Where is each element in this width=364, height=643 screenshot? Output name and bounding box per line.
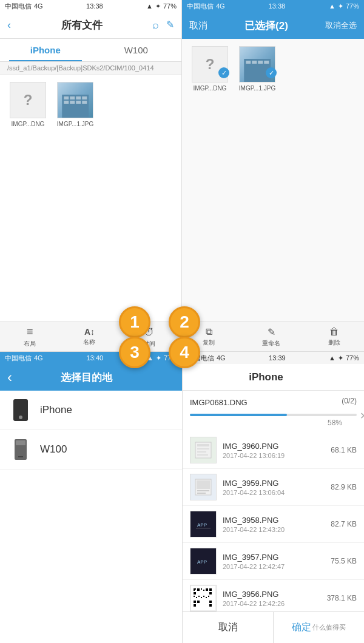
dest-title: 选择目的地 <box>61 371 112 385</box>
status-bar-bottom-left: 中国电信 4G 13:40 ▲ ✦ 77% <box>0 352 182 364</box>
toolbar-rename[interactable]: ✎ 重命名 <box>262 326 280 348</box>
svg-rect-37 <box>209 601 212 603</box>
sel-file-jpg[interactable]: ✓ IMGP...1.JPG <box>237 46 278 92</box>
bluetooth-icon: ✦ <box>155 2 161 10</box>
cancel-selection-button[interactable]: 取消 <box>189 20 207 32</box>
action-cancel-button[interactable]: 取消 <box>183 612 274 643</box>
svg-rect-31 <box>206 597 207 598</box>
back-button[interactable]: ‹ <box>7 19 11 32</box>
signal2-icon: ▲ <box>329 2 335 10</box>
copy-label: 复制 <box>203 338 215 347</box>
sel-file-dng[interactable]: ? ✓ IMGP...DNG <box>189 46 231 92</box>
thumb-3960 <box>190 437 217 463</box>
transfer-nav: iPhone <box>183 364 364 391</box>
action-confirm-button[interactable]: 确定 什么值得买 <box>274 612 364 643</box>
cancel-all-button[interactable]: 取消全选 <box>325 20 357 31</box>
dest-nav: ‹ 选择目的地 <box>0 364 182 391</box>
svg-rect-23 <box>206 588 208 591</box>
copy-icon: ⧉ <box>206 326 212 337</box>
thumb-3958: APP <box>190 511 217 537</box>
svg-text:APP: APP <box>197 559 207 565</box>
file-grid: ? IMGP...DNG <box>0 75 181 135</box>
transfer-item-3960[interactable]: IMG_3960.PNG 2017-04-22 13:06:19 68.1 KB <box>183 432 364 469</box>
tab-w100[interactable]: W100 <box>91 39 182 61</box>
circle-3: 3 <box>119 337 150 368</box>
svg-rect-16 <box>196 588 197 590</box>
w100-device-icon <box>10 439 32 460</box>
svg-rect-8 <box>197 493 206 494</box>
transfer-item-3956[interactable]: IMG_3956.PNG 2017-04-22 12:42:26 378.1 K… <box>183 580 364 611</box>
svg-rect-27 <box>196 597 197 598</box>
file-thumb-dng: ? <box>10 82 46 118</box>
transfer-info-3956: IMG_3956.PNG 2017-04-22 12:42:26 <box>223 590 327 607</box>
network-label: 4G <box>34 2 43 10</box>
status-bar-bottom-right: 中国电信 4G 13:39 ▲ ✦ 77% <box>183 352 364 364</box>
thumb-3956 <box>190 585 217 611</box>
selection-count: 已选择(2) <box>244 19 288 33</box>
progress-cancel-button[interactable]: ✕ <box>360 410 364 422</box>
tab-bar: iPhone W100 <box>0 39 181 62</box>
action-bar: 取消 确定 什么值得买 <box>183 611 364 643</box>
tab-iphone[interactable]: iPhone <box>0 39 91 61</box>
dest-iphone-label: iPhone <box>40 404 72 416</box>
transfer-info-3958: IMG_3958.PNG 2017-04-22 12:43:20 <box>223 516 331 533</box>
svg-rect-18 <box>194 591 195 592</box>
filesize-3959: 82.9 KB <box>331 483 357 491</box>
transfer-item-3958[interactable]: APP IMG_3958.PNG 2017-04-22 12:43:20 82.… <box>183 506 364 543</box>
svg-rect-35 <box>197 601 200 603</box>
svg-rect-1 <box>197 444 209 446</box>
edit-button[interactable]: ✎ <box>166 19 174 32</box>
toolbar-delete[interactable]: 🗑 删除 <box>328 326 340 347</box>
dest-w100[interactable]: W100 <box>0 430 182 470</box>
file-item-dng[interactable]: ? IMGP...DNG <box>7 82 49 127</box>
filename-3960: IMG_3960.PNG <box>223 442 331 451</box>
svg-rect-4 <box>197 454 208 456</box>
svg-rect-20 <box>194 592 196 594</box>
selection-grid: ? ✓ IMGP...DNG <box>182 39 364 99</box>
transfer-info-3960: IMG_3960.PNG 2017-04-22 13:06:19 <box>223 442 331 459</box>
status-bar-top-right: 中国电信 4G 13:38 ▲ ✦ 77% <box>182 0 364 12</box>
search-button[interactable]: ⌕ <box>152 19 159 32</box>
breadcrumb: /ssd_a1/Backup/[Backup]SDKs2/DCIM/100_04… <box>0 62 181 75</box>
svg-rect-2 <box>197 448 209 449</box>
network3-label: 4G <box>34 354 43 362</box>
svg-rect-34 <box>196 601 197 602</box>
filesize-3960: 68.1 KB <box>331 446 357 454</box>
toolbar-copy[interactable]: ⧉ 复制 <box>203 326 215 347</box>
svg-rect-30 <box>203 596 204 597</box>
battery-label: 77% <box>163 2 177 10</box>
svg-rect-7 <box>197 490 209 491</box>
transfer-header: IMGP0681.DNG (0/2) <box>183 391 364 410</box>
svg-rect-11 <box>196 528 211 529</box>
transfer-item-3959[interactable]: IMG_3959.PNG 2017-04-22 13:06:04 82.9 KB <box>183 469 364 506</box>
filedate-3960: 2017-04-22 13:06:19 <box>223 452 331 459</box>
toolbar-layout[interactable]: ≡ 布局 <box>24 326 36 348</box>
check-mark-1: ✓ <box>218 67 229 78</box>
selection-nav: 取消 已选择(2) 取消全选 <box>182 12 364 39</box>
svg-rect-38 <box>209 604 212 607</box>
network4-label: 4G <box>217 354 226 362</box>
svg-rect-24 <box>209 588 212 591</box>
file-item-jpg[interactable]: IMGP...1.JPG <box>55 82 96 127</box>
dest-iphone[interactable]: iPhone <box>0 391 182 430</box>
transfer-item-3957[interactable]: APP IMG_3957.PNG 2017-04-22 12:42:47 75.… <box>183 543 364 580</box>
svg-rect-6 <box>197 480 210 489</box>
transfer-info-3959: IMG_3959.PNG 2017-04-22 13:06:04 <box>223 479 331 496</box>
thumb-3959 <box>190 474 217 500</box>
battery4-label: 77% <box>346 354 359 362</box>
svg-rect-29 <box>201 597 202 598</box>
svg-rect-22 <box>203 590 204 591</box>
svg-rect-26 <box>194 596 195 597</box>
rename-label: 重命名 <box>262 339 280 348</box>
toolbar-name[interactable]: A↕ 名称 <box>83 327 95 346</box>
dest-back-button[interactable]: ‹ <box>7 369 12 386</box>
iphone-icon <box>10 399 32 421</box>
bluetooth4-icon: ✦ <box>338 354 343 362</box>
layout-icon: ≡ <box>27 326 33 338</box>
filename-3959: IMG_3959.PNG <box>223 479 331 488</box>
svg-text:APP: APP <box>197 522 207 528</box>
carrier2-label: 中国电信 <box>187 2 214 11</box>
bluetooth3-icon: ✦ <box>156 354 161 362</box>
carrier-label: 中国电信 <box>5 2 32 11</box>
svg-rect-36 <box>194 604 196 607</box>
